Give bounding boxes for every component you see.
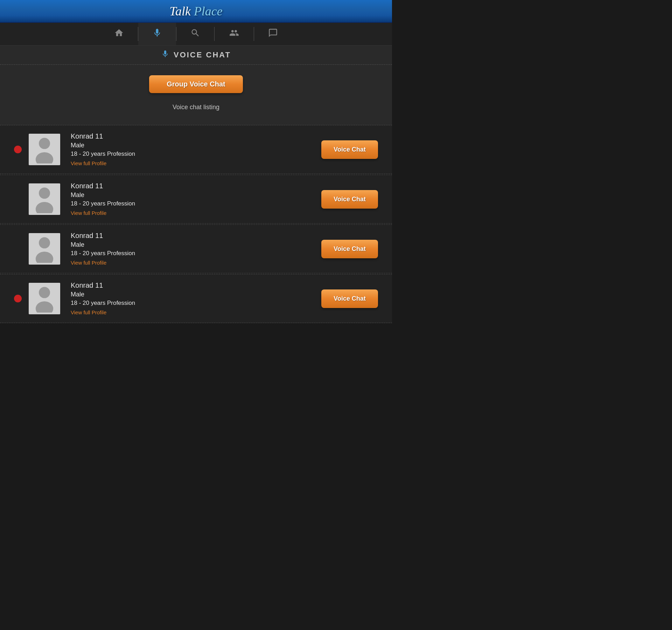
nav-home[interactable] [100,23,138,45]
avatar [29,134,60,165]
online-indicator [14,295,22,302]
page-title: VOICE CHAT [174,50,231,59]
nav-group[interactable] [215,23,254,45]
user-gender: Male [71,191,314,199]
table-row: Konrad 11Male18 - 20 years ProfessionVie… [0,125,392,174]
user-name: Konrad 11 [71,182,314,190]
nav-messages[interactable] [254,23,292,45]
voice-chat-button[interactable]: Voice Chat [321,190,378,209]
app-logo: Talk Place [169,4,223,19]
user-gender: Male [71,142,314,149]
svg-point-5 [36,252,53,263]
main-navbar [0,23,392,46]
listing-title: Voice chat listing [0,104,392,111]
voice-chat-button[interactable]: Voice Chat [321,240,378,258]
user-details: 18 - 20 years Profession [71,150,314,158]
user-gender: Male [71,291,314,298]
app-header: Talk Place [0,0,392,23]
content-area: Group Voice Chat Voice chat listing [0,65,392,125]
messages-icon [268,28,278,40]
microphone-icon [152,28,162,40]
page-mic-icon [161,50,169,60]
user-details: 18 - 20 years Profession [71,300,314,307]
view-profile-link[interactable]: View full Profile [71,210,106,216]
nav-voice-chat[interactable] [138,23,176,45]
avatar [29,283,60,314]
svg-point-7 [36,301,53,313]
view-profile-link[interactable]: View full Profile [71,260,106,266]
logo-part1: Talk [169,4,194,18]
user-details: 18 - 20 years Profession [71,200,314,207]
user-info: Konrad 11Male18 - 20 years ProfessionVie… [67,182,314,216]
online-indicator [14,146,22,153]
user-info: Konrad 11Male18 - 20 years ProfessionVie… [67,232,314,266]
svg-point-2 [39,188,50,199]
view-profile-link[interactable]: View full Profile [71,160,106,166]
voice-chat-button[interactable]: Voice Chat [321,140,378,159]
user-details: 18 - 20 years Profession [71,250,314,257]
svg-point-1 [36,152,53,163]
table-row: Konrad 11Male18 - 20 years ProfessionVie… [0,175,392,224]
search-icon [190,28,200,40]
voice-chat-button[interactable]: Voice Chat [321,289,378,308]
user-gender: Male [71,241,314,248]
svg-point-3 [36,202,53,213]
user-name: Konrad 11 [71,132,314,140]
table-row: Konrad 11Male18 - 20 years ProfessionVie… [0,224,392,273]
svg-point-6 [39,287,50,298]
home-icon [114,28,124,40]
group-chat-btn-container: Group Voice Chat [0,75,392,93]
avatar [29,183,60,215]
logo-part2: Place [194,4,223,18]
group-icon [229,28,240,40]
user-listing: Konrad 11Male18 - 20 years ProfessionVie… [0,125,392,323]
user-info: Konrad 11Male18 - 20 years ProfessionVie… [67,281,314,316]
user-name: Konrad 11 [71,281,314,289]
user-name: Konrad 11 [71,232,314,240]
user-info: Konrad 11Male18 - 20 years ProfessionVie… [67,132,314,167]
page-title-bar: VOICE CHAT [0,46,392,65]
avatar [29,233,60,265]
svg-point-0 [39,138,50,149]
nav-search[interactable] [176,23,214,45]
view-profile-link[interactable]: View full Profile [71,309,106,315]
table-row: Konrad 11Male18 - 20 years ProfessionVie… [0,274,392,323]
svg-point-4 [39,237,50,248]
group-voice-chat-button[interactable]: Group Voice Chat [149,75,243,93]
